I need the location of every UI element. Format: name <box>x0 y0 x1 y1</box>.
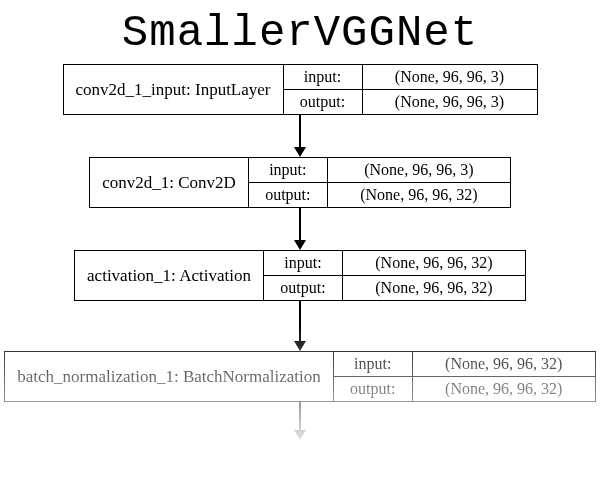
io-label: output: <box>284 90 363 114</box>
io-label: input: <box>334 352 413 376</box>
io-label: input: <box>264 251 343 275</box>
arrow-down-icon <box>294 208 306 250</box>
diagram-column: conv2d_1_input: InputLayerinput:(None, 9… <box>0 64 600 440</box>
layer-name: activation_1: Activation <box>75 251 264 300</box>
layer-node: batch_normalization_1: BatchNormalizatio… <box>4 351 596 402</box>
layer-name: batch_normalization_1: BatchNormalizatio… <box>5 352 334 401</box>
layer-node: activation_1: Activationinput:(None, 96,… <box>74 250 526 301</box>
page-title: SmallerVGGNet <box>0 0 600 64</box>
io-label: output: <box>249 183 328 207</box>
arrow-down-icon <box>294 301 306 351</box>
io-label: input: <box>249 158 328 182</box>
io-label: input: <box>284 65 363 89</box>
io-label: output: <box>264 276 343 300</box>
io-shape: (None, 96, 96, 3) <box>328 158 510 182</box>
layer-node: conv2d_1: Conv2Dinput:(None, 96, 96, 3)o… <box>89 157 511 208</box>
arrow-down-icon <box>294 115 306 157</box>
io-shape: (None, 96, 96, 32) <box>413 377 595 401</box>
io-shape: (None, 96, 96, 3) <box>363 65 537 89</box>
io-shape: (None, 96, 96, 32) <box>343 251 525 275</box>
layer-node: conv2d_1_input: InputLayerinput:(None, 9… <box>63 64 538 115</box>
io-shape: (None, 96, 96, 3) <box>363 90 537 114</box>
layer-name: conv2d_1: Conv2D <box>90 158 249 207</box>
io-label: output: <box>334 377 413 401</box>
layer-name: conv2d_1_input: InputLayer <box>64 65 284 114</box>
io-shape: (None, 96, 96, 32) <box>343 276 525 300</box>
arrow-down-icon <box>294 402 306 440</box>
io-shape: (None, 96, 96, 32) <box>413 352 595 376</box>
io-shape: (None, 96, 96, 32) <box>328 183 510 207</box>
